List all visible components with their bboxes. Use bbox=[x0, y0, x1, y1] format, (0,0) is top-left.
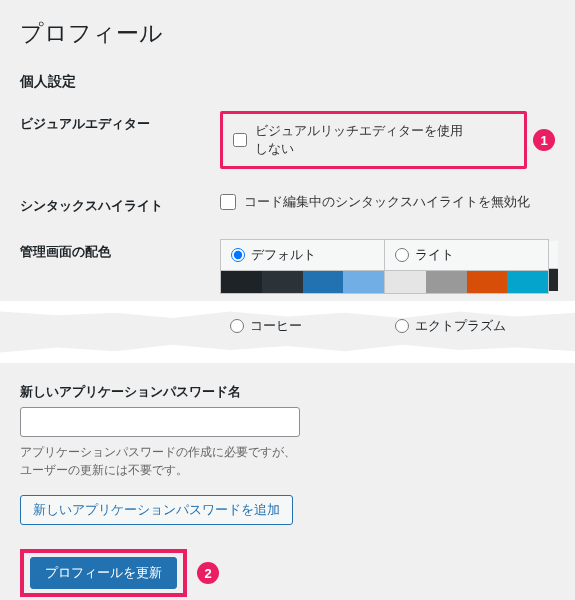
checkbox-visual-editor[interactable] bbox=[233, 132, 247, 148]
add-app-password-button[interactable]: 新しいアプリケーションパスワードを追加 bbox=[20, 495, 293, 525]
badge-1: 1 bbox=[533, 129, 555, 151]
scheme-name-light: ライト bbox=[415, 246, 454, 264]
scheme-name-default: デフォルト bbox=[251, 246, 316, 264]
checkbox-label-visual-editor: ビジュアルリッチエディターを使用しない bbox=[255, 122, 464, 158]
swatches-default bbox=[221, 271, 384, 293]
radio-light[interactable] bbox=[395, 248, 409, 262]
label-syntax: シンタックスハイライト bbox=[20, 193, 220, 215]
scheme-light[interactable]: ライト bbox=[384, 239, 549, 294]
scheme-name-coffee: コーヒー bbox=[250, 317, 302, 335]
highlight-visual-editor: ビジュアルリッチエディターを使用しない bbox=[220, 111, 527, 169]
section-personal-settings: 個人設定 bbox=[0, 53, 575, 99]
row-admin-color: 管理画面の配色 デフォルト ライト bbox=[0, 227, 575, 305]
input-app-password-name[interactable] bbox=[20, 407, 300, 437]
radio-coffee[interactable] bbox=[230, 319, 244, 333]
row-syntax-highlight: シンタックスハイライト コード編集中のシンタックスハイライトを無効化 bbox=[0, 181, 575, 227]
scheme-name-ectoplasm: エクトプラズム bbox=[415, 317, 506, 335]
label-visual-editor: ビジュアルエディター bbox=[20, 111, 220, 133]
scheme-default[interactable]: デフォルト bbox=[220, 239, 385, 294]
radio-default[interactable] bbox=[231, 248, 245, 262]
radio-ectoplasm[interactable] bbox=[395, 319, 409, 333]
badge-2: 2 bbox=[197, 562, 219, 584]
label-admin-color: 管理画面の配色 bbox=[20, 239, 220, 261]
page-title: プロフィール bbox=[0, 0, 575, 53]
checkbox-label-syntax: コード編集中のシンタックスハイライトを無効化 bbox=[244, 193, 530, 211]
swatches-light bbox=[385, 271, 548, 293]
update-profile-button[interactable]: プロフィールを更新 bbox=[30, 557, 177, 589]
highlight-submit: プロフィールを更新 bbox=[20, 549, 187, 597]
scheme-partial bbox=[548, 241, 558, 291]
row-visual-editor: ビジュアルエディター ビジュアルリッチエディターを使用しない 1 bbox=[0, 99, 575, 181]
submit-row: プロフィールを更新 2 bbox=[0, 531, 575, 600]
helper-app-password: アプリケーションパスワードの作成に必要ですが、 ユーザーの更新には不要です。 bbox=[20, 443, 555, 479]
label-app-password-name: 新しいアプリケーションパスワード名 bbox=[20, 383, 555, 401]
app-password-section: 新しいアプリケーションパスワード名 アプリケーションパスワードの作成に必要ですが… bbox=[0, 377, 575, 531]
checkbox-syntax[interactable] bbox=[220, 194, 236, 210]
